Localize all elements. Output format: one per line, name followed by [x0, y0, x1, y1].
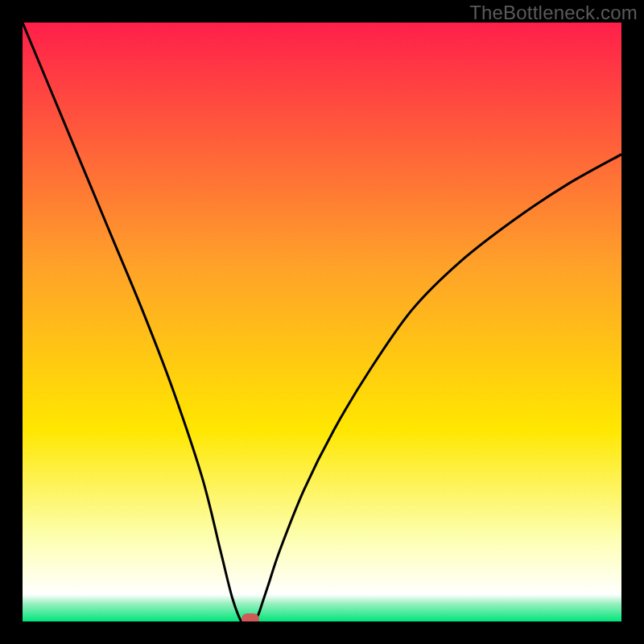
curve-path: [23, 23, 621, 621]
watermark-text: TheBottleneck.com: [469, 2, 638, 24]
plot-area: [23, 23, 621, 621]
chart-frame: TheBottleneck.com: [0, 0, 644, 644]
optimal-marker: [242, 613, 259, 621]
bottleneck-curve: [23, 23, 621, 621]
